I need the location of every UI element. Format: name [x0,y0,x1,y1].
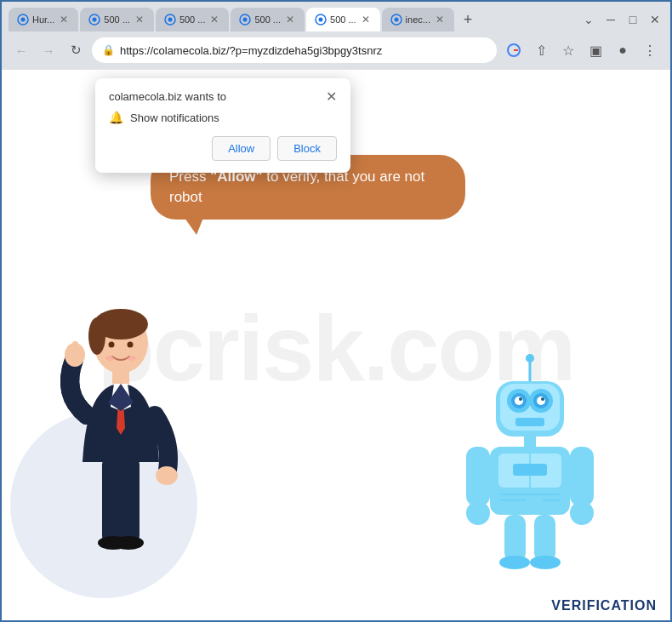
extension-icon[interactable]: ▣ [584,38,607,62]
window-controls: ⌄ ─ □ ✕ [580,11,663,28]
person-figure [36,292,206,607]
svg-point-29 [526,354,534,362]
tab-favicon-6 [390,14,402,26]
more-options-icon[interactable]: ⋮ [638,38,662,62]
popup-header: colamecola.biz wants to ✕ [109,90,337,104]
tab-favicon-5 [315,14,327,26]
page-content: pcrisk.com colamecola.biz wants to ✕ 🔔 S… [2,70,670,622]
tabs-area: Hur... ✕ 500 ... ✕ 500 ... ✕ [9,8,573,31]
tab-title-1: Hur... [32,14,54,25]
svg-rect-20 [112,368,129,384]
tab-close-6[interactable]: ✕ [434,14,446,26]
svg-rect-47 [570,447,594,506]
svg-point-15 [88,317,105,355]
popup-close-button[interactable]: ✕ [326,90,337,104]
tab-1[interactable]: Hur... ✕ [9,8,78,31]
svg-point-19 [128,356,136,361]
allow-button[interactable]: Allow [212,136,271,161]
svg-point-3 [93,18,97,22]
google-icon[interactable] [502,38,526,62]
svg-point-9 [319,18,323,22]
tab-close-3[interactable]: ✕ [208,14,220,26]
tab-scroll-up-icon[interactable]: ⌄ [580,11,597,28]
svg-point-38 [519,397,522,401]
address-text: https://colamecola.biz/?p=myzdizdeha5gi3… [120,44,487,57]
svg-rect-45 [513,464,547,476]
notification-popup: colamecola.biz wants to ✕ 🔔 Show notific… [95,78,350,173]
tab-close-2[interactable]: ✕ [134,14,145,26]
bookmark-icon[interactable]: ☆ [556,38,580,62]
block-button[interactable]: Block [277,136,337,161]
popup-notification-row: 🔔 Show notifications [109,111,337,124]
svg-rect-25 [117,458,140,543]
tab-5[interactable]: 500 ... ✕ [306,8,380,31]
tab-3[interactable]: 500 ... ✕ [156,8,230,31]
tab-close-5[interactable]: ✕ [360,14,372,26]
popup-title: colamecola.biz wants to [109,90,226,103]
tab-4[interactable]: 500 ... ✕ [231,8,305,31]
svg-point-11 [394,18,398,22]
svg-point-27 [113,536,144,550]
bell-icon: 🔔 [109,111,123,124]
tab-favicon-2 [88,14,100,26]
svg-point-36 [515,397,523,405]
svg-point-37 [537,397,545,405]
verification-label: VERIFICATION [551,598,657,613]
tab-favicon-3 [164,14,176,26]
svg-rect-40 [515,418,544,426]
tab-title-5: 500 ... [330,14,356,25]
svg-point-18 [105,356,114,361]
svg-point-5 [168,18,172,22]
svg-rect-22 [72,341,78,358]
maximize-button[interactable]: □ [624,11,641,28]
svg-point-53 [530,556,561,569]
tab-favicon-4 [239,14,251,26]
toolbar-icons: ⇧ ☆ ▣ ● ⋮ [502,38,662,62]
tab-title-3: 500 ... [179,14,206,25]
popup-buttons: Allow Block [109,136,337,161]
reload-button[interactable]: ↻ [65,39,87,61]
svg-point-23 [156,466,178,485]
forward-button[interactable]: → [37,39,60,61]
robot-figure [458,351,602,590]
share-icon[interactable]: ⇧ [529,38,553,62]
back-button[interactable]: ← [10,39,32,61]
tab-close-1[interactable]: ✕ [58,14,70,26]
svg-point-7 [243,18,248,22]
lock-icon: 🔒 [102,44,115,56]
tab-favicon-1 [17,14,29,26]
tab-title-2: 500 ... [104,14,130,25]
svg-point-1 [21,18,26,22]
svg-point-52 [499,556,530,569]
title-bar: Hur... ✕ 500 ... ✕ 500 ... ✕ [2,2,670,32]
svg-rect-50 [504,515,526,562]
svg-rect-51 [534,515,555,562]
minimize-button[interactable]: ─ [602,11,619,28]
address-bar-input[interactable]: 🔒 https://colamecola.biz/?p=myzdizdeha5g… [92,37,497,63]
browser-frame: Hur... ✕ 500 ... ✕ 500 ... ✕ [2,2,670,70]
svg-point-49 [570,501,594,525]
tab-2[interactable]: 500 ... ✕ [80,8,154,31]
tab-6[interactable]: inec... ✕ [382,8,454,31]
tab-close-4[interactable]: ✕ [284,14,296,26]
svg-rect-46 [466,447,490,506]
tab-title-6: inec... [406,14,430,25]
svg-point-16 [109,342,115,348]
address-bar: ← → ↻ 🔒 https://colamecola.biz/?p=myzdiz… [2,32,670,70]
svg-rect-41 [524,437,536,447]
popup-notification-text: Show notifications [130,111,219,124]
profile-icon[interactable]: ● [611,38,635,62]
new-tab-button[interactable]: + [456,8,480,31]
svg-point-39 [541,397,544,401]
tab-title-4: 500 ... [254,14,281,25]
svg-point-17 [128,342,134,348]
close-button[interactable]: ✕ [646,11,663,28]
svg-point-48 [466,501,490,525]
